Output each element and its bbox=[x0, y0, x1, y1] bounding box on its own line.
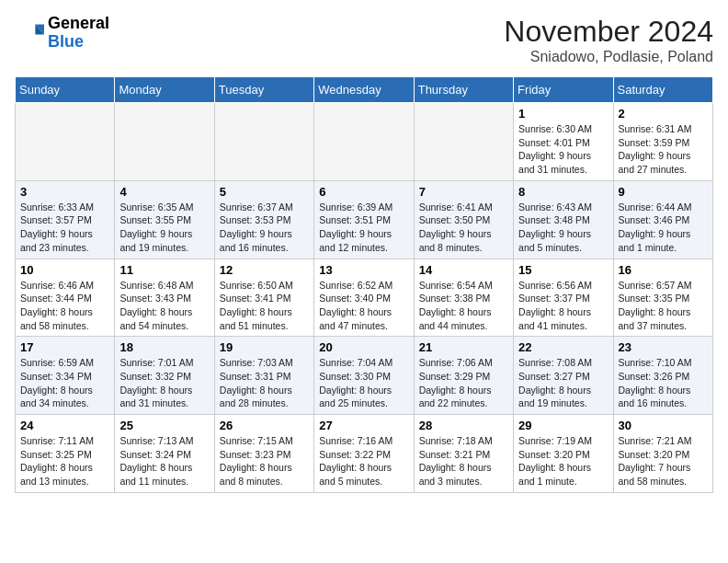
day-info: Sunrise: 6:46 AMSunset: 3:44 PMDaylight:… bbox=[20, 279, 109, 333]
weekday-header-wednesday: Wednesday bbox=[314, 77, 414, 103]
calendar-cell: 14Sunrise: 6:54 AMSunset: 3:38 PMDayligh… bbox=[414, 259, 513, 337]
calendar-week-row: 17Sunrise: 6:59 AMSunset: 3:34 PMDayligh… bbox=[16, 337, 713, 415]
day-number: 5 bbox=[220, 185, 309, 199]
day-number: 3 bbox=[20, 185, 109, 199]
day-info: Sunrise: 7:10 AMSunset: 3:26 PMDaylight:… bbox=[619, 356, 708, 410]
calendar-cell: 19Sunrise: 7:03 AMSunset: 3:31 PMDayligh… bbox=[214, 337, 313, 415]
calendar-cell: 23Sunrise: 7:10 AMSunset: 3:26 PMDayligh… bbox=[613, 337, 712, 415]
calendar-cell: 7Sunrise: 6:41 AMSunset: 3:50 PMDaylight… bbox=[414, 180, 513, 259]
calendar-cell: 15Sunrise: 6:56 AMSunset: 3:37 PMDayligh… bbox=[514, 259, 613, 337]
calendar-cell: 17Sunrise: 6:59 AMSunset: 3:34 PMDayligh… bbox=[16, 337, 115, 415]
weekday-header-saturday: Saturday bbox=[613, 77, 712, 103]
day-number: 23 bbox=[619, 340, 708, 354]
day-info: Sunrise: 6:43 AMSunset: 3:48 PMDaylight:… bbox=[518, 201, 608, 255]
calendar-cell: 26Sunrise: 7:15 AMSunset: 3:23 PMDayligh… bbox=[214, 415, 313, 493]
calendar-cell bbox=[414, 103, 513, 181]
day-info: Sunrise: 6:48 AMSunset: 3:43 PMDaylight:… bbox=[119, 279, 209, 333]
logo-text: General Blue bbox=[48, 15, 109, 52]
calendar-header-row: SundayMondayTuesdayWednesdayThursdayFrid… bbox=[16, 77, 713, 103]
calendar-cell: 10Sunrise: 6:46 AMSunset: 3:44 PMDayligh… bbox=[16, 259, 115, 337]
calendar-cell: 21Sunrise: 7:06 AMSunset: 3:29 PMDayligh… bbox=[414, 337, 513, 415]
day-number: 1 bbox=[518, 107, 608, 121]
weekday-header-monday: Monday bbox=[115, 77, 214, 103]
logo-icon bbox=[15, 18, 44, 48]
day-info: Sunrise: 7:04 AMSunset: 3:30 PMDaylight:… bbox=[319, 356, 408, 410]
calendar-week-row: 24Sunrise: 7:11 AMSunset: 3:25 PMDayligh… bbox=[16, 415, 713, 493]
day-info: Sunrise: 7:15 AMSunset: 3:23 PMDaylight:… bbox=[220, 434, 309, 488]
calendar-cell: 16Sunrise: 6:57 AMSunset: 3:35 PMDayligh… bbox=[613, 259, 712, 337]
day-number: 6 bbox=[319, 185, 408, 199]
calendar-cell: 8Sunrise: 6:43 AMSunset: 3:48 PMDaylight… bbox=[514, 180, 613, 259]
calendar-cell: 2Sunrise: 6:31 AMSunset: 3:59 PMDaylight… bbox=[613, 103, 712, 181]
day-info: Sunrise: 7:01 AMSunset: 3:32 PMDaylight:… bbox=[119, 356, 209, 410]
calendar-cell: 18Sunrise: 7:01 AMSunset: 3:32 PMDayligh… bbox=[115, 337, 214, 415]
day-number: 22 bbox=[518, 340, 608, 354]
logo: General Blue bbox=[15, 15, 109, 52]
calendar-cell: 9Sunrise: 6:44 AMSunset: 3:46 PMDaylight… bbox=[613, 180, 712, 259]
day-number: 25 bbox=[119, 419, 209, 432]
day-info: Sunrise: 7:13 AMSunset: 3:24 PMDaylight:… bbox=[119, 434, 209, 488]
calendar-cell: 4Sunrise: 6:35 AMSunset: 3:55 PMDaylight… bbox=[115, 180, 214, 259]
day-number: 11 bbox=[119, 263, 209, 277]
calendar-cell: 24Sunrise: 7:11 AMSunset: 3:25 PMDayligh… bbox=[16, 415, 115, 493]
calendar-week-row: 3Sunrise: 6:33 AMSunset: 3:57 PMDaylight… bbox=[16, 180, 713, 259]
month-year-title: November 2024 bbox=[504, 15, 713, 49]
calendar-week-row: 10Sunrise: 6:46 AMSunset: 3:44 PMDayligh… bbox=[16, 259, 713, 337]
day-info: Sunrise: 6:44 AMSunset: 3:46 PMDaylight:… bbox=[619, 201, 708, 255]
day-number: 12 bbox=[220, 263, 309, 277]
day-number: 19 bbox=[220, 340, 309, 354]
day-info: Sunrise: 7:19 AMSunset: 3:20 PMDaylight:… bbox=[518, 434, 608, 488]
day-info: Sunrise: 7:08 AMSunset: 3:27 PMDaylight:… bbox=[518, 356, 608, 410]
weekday-header-thursday: Thursday bbox=[414, 77, 513, 103]
day-info: Sunrise: 6:37 AMSunset: 3:53 PMDaylight:… bbox=[220, 201, 309, 255]
calendar-cell: 28Sunrise: 7:18 AMSunset: 3:21 PMDayligh… bbox=[414, 415, 513, 493]
day-number: 28 bbox=[419, 419, 508, 432]
day-info: Sunrise: 7:16 AMSunset: 3:22 PMDaylight:… bbox=[319, 434, 408, 488]
day-info: Sunrise: 6:33 AMSunset: 3:57 PMDaylight:… bbox=[20, 201, 109, 255]
calendar-cell: 6Sunrise: 6:39 AMSunset: 3:51 PMDaylight… bbox=[314, 180, 414, 259]
day-info: Sunrise: 7:06 AMSunset: 3:29 PMDaylight:… bbox=[419, 356, 508, 410]
calendar-cell: 25Sunrise: 7:13 AMSunset: 3:24 PMDayligh… bbox=[115, 415, 214, 493]
calendar-cell: 3Sunrise: 6:33 AMSunset: 3:57 PMDaylight… bbox=[16, 180, 115, 259]
calendar-cell: 1Sunrise: 6:30 AMSunset: 4:01 PMDaylight… bbox=[514, 103, 613, 181]
day-number: 9 bbox=[619, 185, 708, 199]
day-info: Sunrise: 6:59 AMSunset: 3:34 PMDaylight:… bbox=[20, 356, 109, 410]
day-number: 18 bbox=[119, 340, 209, 354]
day-info: Sunrise: 6:54 AMSunset: 3:38 PMDaylight:… bbox=[419, 279, 508, 333]
day-info: Sunrise: 6:50 AMSunset: 3:41 PMDaylight:… bbox=[220, 279, 309, 333]
day-info: Sunrise: 6:31 AMSunset: 3:59 PMDaylight:… bbox=[619, 122, 708, 177]
calendar-cell: 22Sunrise: 7:08 AMSunset: 3:27 PMDayligh… bbox=[514, 337, 613, 415]
day-info: Sunrise: 6:35 AMSunset: 3:55 PMDaylight:… bbox=[119, 201, 209, 255]
day-info: Sunrise: 6:39 AMSunset: 3:51 PMDaylight:… bbox=[319, 201, 408, 255]
day-info: Sunrise: 6:57 AMSunset: 3:35 PMDaylight:… bbox=[619, 279, 708, 333]
day-number: 13 bbox=[319, 263, 408, 277]
day-number: 30 bbox=[619, 419, 708, 432]
calendar-cell: 29Sunrise: 7:19 AMSunset: 3:20 PMDayligh… bbox=[514, 415, 613, 493]
weekday-header-tuesday: Tuesday bbox=[214, 77, 313, 103]
calendar-cell bbox=[16, 103, 115, 181]
day-number: 27 bbox=[319, 419, 408, 432]
day-info: Sunrise: 7:18 AMSunset: 3:21 PMDaylight:… bbox=[419, 434, 508, 488]
calendar-cell: 27Sunrise: 7:16 AMSunset: 3:22 PMDayligh… bbox=[314, 415, 414, 493]
day-info: Sunrise: 7:21 AMSunset: 3:20 PMDaylight:… bbox=[619, 434, 708, 488]
day-number: 10 bbox=[20, 263, 109, 277]
calendar-cell: 11Sunrise: 6:48 AMSunset: 3:43 PMDayligh… bbox=[115, 259, 214, 337]
calendar-cell: 5Sunrise: 6:37 AMSunset: 3:53 PMDaylight… bbox=[214, 180, 313, 259]
weekday-header-friday: Friday bbox=[514, 77, 613, 103]
calendar-cell: 20Sunrise: 7:04 AMSunset: 3:30 PMDayligh… bbox=[314, 337, 414, 415]
day-number: 8 bbox=[518, 185, 608, 199]
day-number: 14 bbox=[419, 263, 508, 277]
day-number: 21 bbox=[419, 340, 508, 354]
day-info: Sunrise: 7:03 AMSunset: 3:31 PMDaylight:… bbox=[220, 356, 309, 410]
day-number: 15 bbox=[518, 263, 608, 277]
day-info: Sunrise: 7:11 AMSunset: 3:25 PMDaylight:… bbox=[20, 434, 109, 488]
day-number: 2 bbox=[619, 107, 708, 121]
page-header: General Blue November 2024 Sniadowo, Pod… bbox=[15, 15, 713, 65]
calendar-cell bbox=[214, 103, 313, 181]
location-subtitle: Sniadowo, Podlasie, Poland bbox=[504, 49, 713, 65]
day-number: 7 bbox=[419, 185, 508, 199]
day-number: 29 bbox=[518, 419, 608, 432]
title-area: November 2024 Sniadowo, Podlasie, Poland bbox=[504, 15, 713, 65]
weekday-header-sunday: Sunday bbox=[16, 77, 115, 103]
day-info: Sunrise: 6:52 AMSunset: 3:40 PMDaylight:… bbox=[319, 279, 408, 333]
